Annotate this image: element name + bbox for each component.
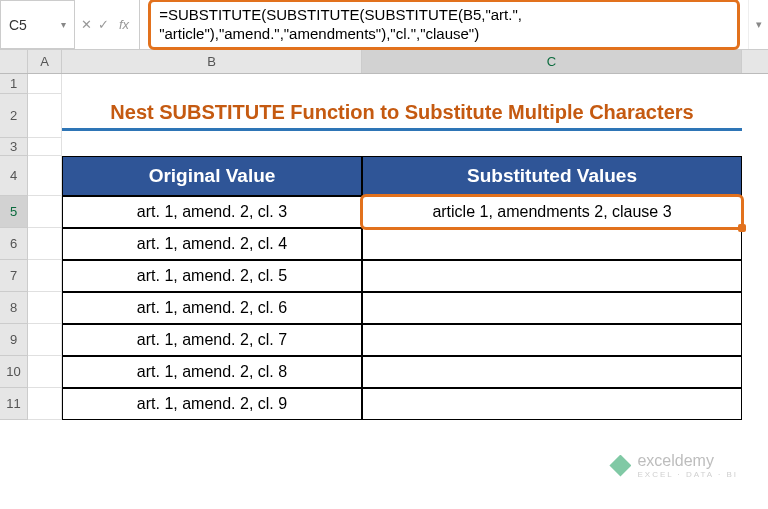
- logo-icon: [609, 455, 631, 477]
- row-4: 4 Original Value Substituted Values: [0, 156, 768, 196]
- name-box[interactable]: C5 ▾: [0, 0, 75, 49]
- row-11: 11 art. 1, amend. 2, cl. 9: [0, 388, 768, 420]
- table-header-original[interactable]: Original Value: [62, 156, 362, 196]
- cell-c9[interactable]: [362, 324, 742, 356]
- cell-a8[interactable]: [28, 292, 62, 324]
- formula-input-wrap[interactable]: =SUBSTITUTE(SUBSTITUTE(SUBSTITUTE(B5,"ar…: [140, 0, 748, 49]
- cell-b1c1[interactable]: [62, 74, 742, 94]
- row-header-2[interactable]: 2: [0, 94, 28, 138]
- row-3: 3: [0, 138, 768, 156]
- row-8: 8 art. 1, amend. 2, cl. 6: [0, 292, 768, 324]
- row-7: 7 art. 1, amend. 2, cl. 5: [0, 260, 768, 292]
- row-header-10[interactable]: 10: [0, 356, 28, 388]
- row-2: 2 Nest SUBSTITUTE Function to Substitute…: [0, 94, 768, 138]
- cell-c11[interactable]: [362, 388, 742, 420]
- cell-b7[interactable]: art. 1, amend. 2, cl. 5: [62, 260, 362, 292]
- cell-a1[interactable]: [28, 74, 62, 94]
- page-title: Nest SUBSTITUTE Function to Substitute M…: [62, 101, 742, 131]
- row-9: 9 art. 1, amend. 2, cl. 7: [0, 324, 768, 356]
- col-header-a[interactable]: A: [28, 50, 62, 73]
- expand-formula-icon[interactable]: ▾: [748, 0, 768, 49]
- cell-a7[interactable]: [28, 260, 62, 292]
- col-header-b[interactable]: B: [62, 50, 362, 73]
- row-header-11[interactable]: 11: [0, 388, 28, 420]
- table-header-substituted[interactable]: Substituted Values: [362, 156, 742, 196]
- row-header-4[interactable]: 4: [0, 156, 28, 196]
- cell-c5[interactable]: article 1, amendments 2, clause 3: [362, 196, 742, 228]
- chevron-down-icon[interactable]: ▾: [61, 19, 66, 30]
- cell-c8[interactable]: [362, 292, 742, 324]
- cell-c5-value: article 1, amendments 2, clause 3: [432, 203, 671, 221]
- row-6: 6 art. 1, amend. 2, cl. 4: [0, 228, 768, 260]
- cell-a3[interactable]: [28, 138, 62, 156]
- cell-a9[interactable]: [28, 324, 62, 356]
- select-all-corner[interactable]: [0, 50, 28, 73]
- title-cell[interactable]: Nest SUBSTITUTE Function to Substitute M…: [62, 94, 742, 138]
- row-header-1[interactable]: 1: [0, 74, 28, 94]
- cell-a10[interactable]: [28, 356, 62, 388]
- row-1: 1: [0, 74, 768, 94]
- cell-a6[interactable]: [28, 228, 62, 260]
- row-5: 5 art. 1, amend. 2, cl. 3 article 1, ame…: [0, 196, 768, 228]
- column-headers: A B C: [0, 50, 768, 74]
- cancel-icon[interactable]: ✕: [81, 17, 92, 32]
- spreadsheet-grid: A B C 1 2 Nest SUBSTITUTE Function to Su…: [0, 50, 768, 420]
- watermark: exceldemy EXCEL · DATA · BI: [609, 452, 738, 479]
- cell-c7[interactable]: [362, 260, 742, 292]
- cell-a11[interactable]: [28, 388, 62, 420]
- cell-b10[interactable]: art. 1, amend. 2, cl. 8: [62, 356, 362, 388]
- watermark-name: exceldemy: [637, 452, 738, 470]
- formula-controls: ✕ ✓ fx: [75, 0, 140, 49]
- cell-a4[interactable]: [28, 156, 62, 196]
- formula-text: =SUBSTITUTE(SUBSTITUTE(SUBSTITUTE(B5,"ar…: [148, 0, 740, 50]
- cell-b9[interactable]: art. 1, amend. 2, cl. 7: [62, 324, 362, 356]
- confirm-icon[interactable]: ✓: [98, 17, 109, 32]
- cell-b3c3[interactable]: [62, 138, 742, 156]
- watermark-tagline: EXCEL · DATA · BI: [637, 470, 738, 479]
- row-header-9[interactable]: 9: [0, 324, 28, 356]
- formula-bar: C5 ▾ ✕ ✓ fx =SUBSTITUTE(SUBSTITUTE(SUBST…: [0, 0, 768, 50]
- fill-handle[interactable]: [738, 224, 746, 232]
- cell-c6[interactable]: [362, 228, 742, 260]
- cell-c10[interactable]: [362, 356, 742, 388]
- row-header-8[interactable]: 8: [0, 292, 28, 324]
- cell-a2[interactable]: [28, 94, 62, 138]
- row-10: 10 art. 1, amend. 2, cl. 8: [0, 356, 768, 388]
- row-header-6[interactable]: 6: [0, 228, 28, 260]
- cell-b6[interactable]: art. 1, amend. 2, cl. 4: [62, 228, 362, 260]
- fx-icon[interactable]: fx: [115, 17, 133, 32]
- cell-b11[interactable]: art. 1, amend. 2, cl. 9: [62, 388, 362, 420]
- cell-b5[interactable]: art. 1, amend. 2, cl. 3: [62, 196, 362, 228]
- cell-b8[interactable]: art. 1, amend. 2, cl. 6: [62, 292, 362, 324]
- row-header-7[interactable]: 7: [0, 260, 28, 292]
- row-header-3[interactable]: 3: [0, 138, 28, 156]
- cell-a5[interactable]: [28, 196, 62, 228]
- row-header-5[interactable]: 5: [0, 196, 28, 228]
- col-header-c[interactable]: C: [362, 50, 742, 73]
- name-box-value: C5: [9, 17, 27, 33]
